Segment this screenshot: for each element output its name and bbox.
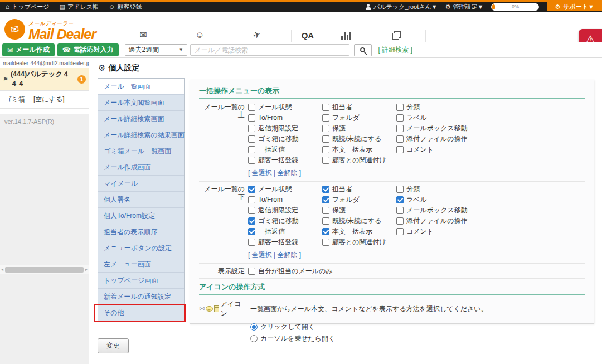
- checkbox[interactable]: [396, 228, 404, 235]
- checkbox-option[interactable]: メールボックス移動: [396, 124, 491, 132]
- radio-button[interactable]: [250, 323, 258, 331]
- settings-menu-item[interactable]: トップページ画面: [98, 273, 184, 289]
- checkbox-option[interactable]: 添付ファイルの操作: [396, 135, 491, 143]
- select-all-clear-links[interactable]: [ 全選択 | 全解除 ]: [248, 250, 322, 260]
- settings-menu-item[interactable]: 個人To/From設定: [98, 208, 184, 224]
- settings-menu-item[interactable]: 担当者の表示順序: [98, 224, 184, 240]
- checkbox[interactable]: [248, 146, 255, 153]
- checkbox[interactable]: [248, 157, 255, 164]
- checkbox[interactable]: [322, 217, 329, 225]
- settings-menu-item[interactable]: マイメール: [98, 176, 184, 192]
- checkbox-option[interactable]: コメント: [396, 227, 491, 235]
- checkbox[interactable]: [322, 125, 329, 132]
- select-all-clear-links[interactable]: [ 全選択 | 全解除 ]: [248, 168, 322, 178]
- mailbox-item[interactable]: (444)パルテック４４４ 1: [0, 68, 89, 90]
- checkbox-option[interactable]: 保護: [322, 124, 396, 132]
- checkbox-option[interactable]: 顧客一括登録: [248, 156, 322, 164]
- checkbox[interactable]: [396, 207, 404, 214]
- topbar-item[interactable]: 顧客登録: [109, 3, 142, 11]
- checkbox-option[interactable]: ラベル: [396, 114, 491, 122]
- compose-mail-button[interactable]: メール作成: [2, 43, 55, 56]
- checkbox[interactable]: [396, 217, 404, 225]
- admin-settings-menu[interactable]: 管理設定▼: [445, 3, 484, 11]
- checkbox-option[interactable]: 顧客一括登録: [248, 238, 322, 246]
- settings-menu-item[interactable]: 新着メールの通知設定: [98, 289, 184, 305]
- checkbox-option[interactable]: 返信期限設定: [248, 206, 322, 214]
- trash-label[interactable]: ゴミ箱: [4, 95, 33, 104]
- checkbox[interactable]: [396, 104, 404, 111]
- settings-menu-item[interactable]: メール作成画面: [98, 159, 184, 176]
- checkbox-option[interactable]: To/From: [248, 196, 322, 203]
- checkbox[interactable]: [322, 135, 329, 143]
- checkbox-option[interactable]: 既読/未読にする: [322, 217, 396, 225]
- user-menu[interactable]: パルテック_rootさん▼: [366, 3, 438, 11]
- settings-menu-item[interactable]: 個人署名: [98, 192, 184, 208]
- checkbox-option[interactable]: 分類: [396, 103, 491, 111]
- checkbox[interactable]: [248, 196, 255, 203]
- checkbox[interactable]: [248, 228, 255, 235]
- checkbox-option[interactable]: 既読/未読にする: [322, 135, 396, 143]
- checkbox[interactable]: [248, 207, 255, 214]
- settings-menu-item[interactable]: メール一覧画面: [98, 79, 184, 95]
- checkbox[interactable]: [322, 104, 329, 111]
- settings-menu-item[interactable]: メール詳細検索の結果画面: [98, 127, 184, 143]
- checkbox-option[interactable]: 添付ファイルの操作: [396, 217, 491, 225]
- checkbox[interactable]: [322, 228, 329, 235]
- checkbox-option[interactable]: 担当者: [322, 185, 396, 193]
- settings-menu-item[interactable]: メニューボタンの設定: [98, 240, 184, 256]
- checkbox-option[interactable]: ゴミ箱に移動: [248, 135, 322, 143]
- checkbox-option[interactable]: 一括返信: [248, 227, 322, 235]
- empty-trash-link[interactable]: [空にする]: [33, 95, 65, 104]
- search-button[interactable]: [354, 44, 372, 56]
- checkbox-option[interactable]: 本文一括表示: [322, 145, 396, 153]
- checkbox[interactable]: [396, 186, 404, 193]
- radio-option[interactable]: クリックして開く: [250, 322, 585, 332]
- checkbox-option[interactable]: 保護: [322, 206, 396, 214]
- settings-menu-item[interactable]: メール本文閲覧画面: [98, 95, 184, 111]
- checkbox[interactable]: [248, 268, 255, 275]
- checkbox-option[interactable]: 顧客との関連付け: [322, 156, 396, 164]
- topbar-item[interactable]: アドレス帳: [60, 3, 99, 11]
- checkbox[interactable]: [322, 196, 329, 203]
- checkbox-option[interactable]: 一括返信: [248, 145, 322, 153]
- checkbox-option[interactable]: コメント: [396, 145, 491, 153]
- support-menu[interactable]: サポート▼: [547, 1, 602, 11]
- checkbox-option[interactable]: 分類: [396, 185, 491, 193]
- topbar-item[interactable]: トップページ: [6, 3, 50, 11]
- scroll-right-arrow[interactable]: ▸: [85, 268, 88, 272]
- checkbox[interactable]: [322, 186, 329, 193]
- checkbox-option[interactable]: メール状態: [248, 103, 322, 111]
- checkbox-option[interactable]: フォルダ: [322, 114, 396, 122]
- checkbox[interactable]: [322, 157, 329, 164]
- checkbox[interactable]: [248, 125, 255, 132]
- checkbox-option[interactable]: 担当者: [322, 103, 396, 111]
- checkbox-option[interactable]: メール状態: [248, 185, 322, 193]
- checkbox-option[interactable]: フォルダ: [322, 196, 396, 203]
- checkbox[interactable]: [248, 217, 255, 225]
- checkbox[interactable]: [248, 239, 255, 246]
- settings-menu-item[interactable]: 左メニュー画面: [98, 256, 184, 273]
- settings-menu-item[interactable]: その他: [98, 305, 184, 321]
- search-input[interactable]: [190, 44, 349, 56]
- logo[interactable]: ✉ メールディーラー Mail Dealer: [4, 17, 96, 41]
- checkbox[interactable]: [248, 104, 255, 111]
- submit-button[interactable]: 変更: [98, 338, 129, 353]
- settings-menu-item[interactable]: ゴミ箱メール一覧画面: [98, 143, 184, 159]
- checkbox-option[interactable]: 本文一括表示: [322, 227, 396, 235]
- phone-entry-button[interactable]: 電話応対入力: [57, 43, 119, 56]
- checkbox[interactable]: [248, 114, 255, 122]
- checkbox-option[interactable]: To/From: [248, 114, 322, 122]
- radio-button[interactable]: [250, 335, 258, 342]
- radio-option[interactable]: カーソルを乗せたら開く: [250, 334, 585, 343]
- scroll-left-arrow[interactable]: ◂: [1, 268, 3, 272]
- checkbox-option[interactable]: ラベル: [396, 196, 491, 203]
- checkbox-option[interactable]: 顧客との関連付け: [322, 238, 396, 246]
- scrollbar-thumb[interactable]: [5, 267, 84, 273]
- checkbox-option[interactable]: メールボックス移動: [396, 206, 491, 214]
- checkbox[interactable]: [396, 125, 404, 132]
- checkbox[interactable]: [322, 146, 329, 153]
- checkbox[interactable]: [322, 207, 329, 214]
- checkbox[interactable]: [396, 135, 404, 143]
- checkbox[interactable]: [396, 114, 404, 122]
- checkbox[interactable]: [396, 146, 404, 153]
